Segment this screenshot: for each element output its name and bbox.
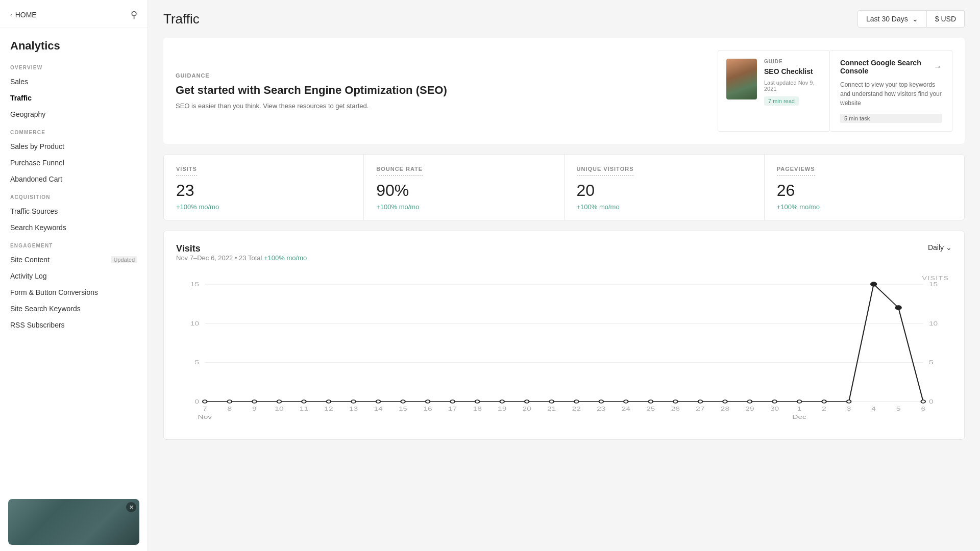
sidebar-item-sales-by-product[interactable]: Sales by Product [0, 138, 148, 155]
home-label: HOME [15, 11, 37, 19]
stat-change: +100% mo/mo [577, 203, 752, 211]
svg-point-38 [822, 400, 826, 403]
svg-text:6: 6 [921, 406, 925, 412]
svg-text:26: 26 [671, 406, 680, 412]
currency-button[interactable]: $ USD [927, 10, 965, 28]
search-icon[interactable]: ⚲ [131, 9, 137, 20]
svg-point-42 [921, 400, 925, 403]
svg-text:25: 25 [646, 406, 655, 412]
sidebar-item-label: Sales [10, 78, 28, 86]
sidebar-item-purchase-funnel[interactable]: Purchase Funnel [0, 155, 148, 171]
sidebar-item-traffic[interactable]: Traffic [0, 90, 148, 106]
chart-title-group: Visits Nov 7–Dec 6, 2022 • 23 Total +100… [176, 243, 307, 272]
sidebar: ‹ HOME ⚲ Analytics OVERVIEWSalesTrafficG… [0, 0, 148, 551]
svg-point-39 [847, 400, 851, 403]
svg-text:15: 15 [399, 406, 407, 412]
svg-text:15: 15 [929, 281, 938, 287]
header-controls: Last 30 Days ⌄ $ USD [857, 10, 965, 28]
svg-point-27 [550, 400, 554, 403]
sidebar-item-form-conversions[interactable]: Form & Button Conversions [0, 284, 148, 300]
svg-point-26 [525, 400, 529, 403]
svg-point-33 [698, 400, 702, 403]
chart-change: +100% mo/mo [264, 254, 307, 262]
frequency-button[interactable]: Daily ⌄ [928, 243, 952, 252]
guidance-card: GUIDANCE Get started with Search Engine … [163, 38, 965, 144]
svg-text:10: 10 [275, 406, 283, 412]
chart-total: 23 Total [239, 254, 262, 262]
guide-badge: 7 min read [764, 96, 799, 106]
sidebar-item-label: Geography [10, 110, 45, 118]
sidebar-item-rss-subscribers[interactable]: RSS Subscribers [0, 317, 148, 333]
svg-point-35 [748, 400, 752, 403]
chart-container: 005510101515VISITS7891011121314151617181… [176, 274, 952, 427]
sidebar-item-traffic-sources[interactable]: Traffic Sources [0, 203, 148, 219]
chart-section: Visits Nov 7–Dec 6, 2022 • 23 Total +100… [163, 231, 965, 440]
svg-point-30 [624, 400, 628, 403]
sidebar-item-site-search-keywords[interactable]: Site Search Keywords [0, 300, 148, 317]
svg-point-18 [327, 400, 331, 403]
sidebar-item-label: Purchase Funnel [10, 159, 64, 167]
sidebar-item-label: Traffic [10, 94, 32, 102]
svg-text:8: 8 [228, 406, 232, 412]
sidebar-item-label: Form & Button Conversions [10, 288, 98, 296]
guide-image [726, 59, 757, 99]
stat-card-pageviews: PAGEVIEWS 26 +100% mo/mo [765, 155, 964, 220]
svg-point-34 [723, 400, 727, 403]
date-range-chevron-icon: ⌄ [912, 15, 918, 23]
svg-text:10: 10 [929, 320, 938, 327]
stats-row: VISITS 23 +100% mo/mo BOUNCE RATE 90% +1… [163, 154, 965, 220]
sidebar-item-site-content[interactable]: Site ContentUpdated [0, 252, 148, 268]
home-link[interactable]: ‹ HOME [10, 11, 37, 19]
svg-text:5: 5 [896, 406, 901, 412]
svg-point-40 [871, 282, 876, 286]
chart-bullet: • [235, 254, 239, 262]
guide-info: GUIDE SEO Checklist Last updated Nov 9, … [764, 59, 821, 106]
svg-text:17: 17 [448, 406, 457, 412]
frequency-label: Daily [928, 243, 944, 252]
svg-point-21 [401, 400, 405, 403]
guide-date: Last updated Nov 9, 2021 [764, 80, 821, 92]
stat-label: UNIQUE VISITORS [577, 166, 634, 176]
guidance-resource-cards: GUIDE SEO Checklist Last updated Nov 9, … [718, 50, 952, 132]
svg-text:4: 4 [871, 406, 876, 412]
svg-text:30: 30 [770, 406, 779, 412]
sidebar-item-activity-log[interactable]: Activity Log [0, 268, 148, 284]
svg-text:22: 22 [572, 406, 581, 412]
connect-card[interactable]: Connect Google Search Console → Connect … [830, 50, 952, 132]
sidebar-section-label: OVERVIEW [0, 58, 148, 73]
svg-point-13 [203, 400, 207, 403]
promo-close-button[interactable]: ✕ [126, 502, 136, 512]
svg-text:13: 13 [349, 406, 358, 412]
svg-point-22 [426, 400, 430, 403]
stat-label: BOUNCE RATE [376, 166, 423, 176]
sidebar-item-label: Site Content [10, 256, 50, 264]
svg-point-37 [797, 400, 801, 403]
sidebar-item-label: Search Keywords [10, 223, 66, 232]
sidebar-item-sales[interactable]: Sales [0, 73, 148, 90]
chart-title: Visits [176, 243, 307, 254]
svg-text:21: 21 [547, 406, 556, 412]
sidebar-item-label: Activity Log [10, 272, 47, 280]
sidebar-section-label: ACQUISITION [0, 187, 148, 203]
date-range-button[interactable]: Last 30 Days ⌄ [857, 10, 927, 28]
svg-point-20 [376, 400, 380, 403]
guidance-left: GUIDANCE Get started with Search Engine … [176, 72, 707, 110]
stat-card-visits: VISITS 23 +100% mo/mo [164, 155, 364, 220]
stat-value: 26 [777, 181, 952, 200]
svg-text:29: 29 [745, 406, 754, 412]
chart-subtitle: Nov 7–Dec 6, 2022 • 23 Total +100% mo/mo [176, 254, 307, 262]
main-content: Traffic Last 30 Days ⌄ $ USD GUIDANCE Ge… [148, 0, 980, 551]
connect-title: Connect Google Search Console [840, 59, 934, 75]
svg-text:9: 9 [252, 406, 257, 412]
sidebar-item-search-keywords[interactable]: Search Keywords [0, 219, 148, 236]
svg-point-14 [228, 400, 232, 403]
svg-point-24 [475, 400, 479, 403]
stat-value: 90% [376, 181, 551, 200]
sidebar-item-label: Site Search Keywords [10, 305, 81, 313]
svg-text:Dec: Dec [792, 414, 806, 420]
seo-checklist-card[interactable]: GUIDE SEO Checklist Last updated Nov 9, … [718, 50, 830, 132]
stat-change: +100% mo/mo [777, 203, 952, 211]
sidebar-item-geography[interactable]: Geography [0, 106, 148, 122]
svg-text:18: 18 [473, 406, 482, 412]
sidebar-item-abandoned-cart[interactable]: Abandoned Cart [0, 171, 148, 187]
